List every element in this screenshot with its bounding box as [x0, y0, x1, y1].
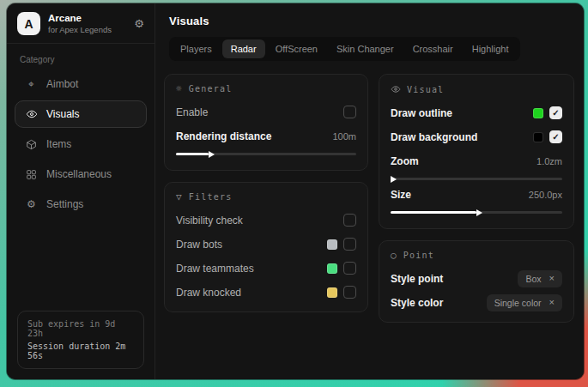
visibility-check-checkbox[interactable]: [343, 214, 356, 227]
draw-knocked-color-swatch[interactable]: [327, 287, 337, 298]
app-name: Arcane: [48, 13, 112, 23]
items-cube-icon: [25, 139, 38, 150]
session-duration-text: Session duration 2m 56s: [27, 342, 134, 360]
sidebar-item-miscellaneous[interactable]: Miscellaneous: [15, 160, 147, 188]
slider-thumb[interactable]: [476, 209, 482, 216]
sidebar-header: A Arcane for Apex Legends ⚙: [7, 3, 155, 44]
sidebar-item-visuals[interactable]: Visuals: [15, 100, 147, 128]
draw-outline-label: Draw outline: [391, 107, 452, 119]
enable-row: Enable: [176, 103, 356, 121]
miscellaneous-grid-icon: [25, 169, 38, 180]
sidebar-item-items[interactable]: Items: [15, 130, 147, 158]
visuals-tabbar: Players Radar OffScreen Skin Changer Cro…: [169, 37, 520, 61]
style-color-row: Style color Single color ×: [391, 293, 562, 311]
tab-radar[interactable]: Radar: [222, 39, 265, 58]
style-point-label: Style point: [391, 273, 443, 285]
remove-style-color-icon[interactable]: ×: [549, 298, 555, 307]
size-slider[interactable]: [391, 211, 562, 214]
panel-title-text: General: [189, 84, 233, 94]
radar-content: ☼ General Enable Rendering distance 100m: [155, 61, 584, 323]
settings-gear-icon: ⚙: [25, 199, 38, 209]
general-gear-icon: ☼: [176, 84, 183, 94]
draw-bots-label: Draw bots: [176, 239, 222, 251]
left-column: ☼ General Enable Rendering distance 100m: [164, 74, 368, 312]
page-title: Visuals: [169, 15, 571, 27]
draw-teammates-label: Draw teammates: [176, 263, 254, 275]
style-color-label: Style color: [391, 297, 443, 309]
zoom-row: Zoom 1.0zm: [391, 152, 562, 170]
point-panel-title: ○ Point: [391, 251, 562, 260]
header-settings-icon[interactable]: ⚙: [134, 18, 144, 29]
panel-title-text: Filters: [189, 192, 233, 202]
draw-background-color-swatch[interactable]: [533, 132, 543, 142]
zoom-value: 1.0zm: [536, 156, 562, 166]
sidebar-nav: ⌖ Aimbot Visuals Items Miscellaneous: [7, 70, 155, 221]
sidebar-item-settings[interactable]: ⚙ Settings: [15, 190, 147, 218]
rendering-distance-label: Rendering distance: [176, 130, 271, 142]
rendering-distance-value: 100m: [332, 131, 356, 142]
app-logo: A: [17, 12, 40, 35]
sidebar-item-aimbot[interactable]: ⌖ Aimbot: [15, 70, 147, 98]
draw-bots-color-swatch[interactable]: [327, 239, 337, 250]
size-label: Size: [391, 189, 411, 201]
slider-thumb[interactable]: [391, 176, 397, 183]
panel-title-text: Point: [403, 251, 434, 260]
draw-knocked-checkbox[interactable]: [343, 286, 356, 299]
subscription-info-box: Sub expires in 9d 23h Session duration 2…: [17, 311, 144, 369]
sidebar-item-label: Visuals: [46, 108, 79, 120]
point-panel: ○ Point Style point Box × Style color S: [379, 240, 574, 323]
size-value: 250.0px: [529, 190, 562, 200]
style-point-tag[interactable]: Box ×: [518, 270, 562, 287]
app-subtitle: for Apex Legends: [48, 25, 112, 34]
draw-teammates-checkbox[interactable]: [343, 262, 356, 275]
filters-funnel-icon: ▽: [176, 192, 183, 202]
sidebar: A Arcane for Apex Legends ⚙ Category ⌖ A…: [7, 3, 155, 379]
category-label: Category: [7, 44, 155, 70]
style-point-value: Box: [525, 274, 541, 284]
visual-panel-title: Visual: [391, 84, 562, 94]
size-row: Size 250.0px: [391, 185, 562, 203]
app-meta: Arcane for Apex Legends: [48, 13, 112, 34]
tab-highlight[interactable]: Highlight: [464, 39, 518, 58]
draw-knocked-label: Draw knocked: [176, 287, 241, 299]
slider-fill: [391, 211, 476, 214]
remove-style-point-icon[interactable]: ×: [549, 274, 555, 283]
draw-outline-checkbox[interactable]: ✓: [549, 106, 562, 119]
draw-teammates-row: Draw teammates: [176, 259, 356, 277]
visual-panel: Visual Draw outline ✓ Draw background: [379, 74, 574, 229]
tab-offscreen[interactable]: OffScreen: [267, 39, 326, 58]
draw-bots-row: Draw bots: [176, 235, 356, 253]
sidebar-item-label: Miscellaneous: [46, 168, 112, 180]
sidebar-item-label: Settings: [46, 198, 83, 210]
rendering-distance-slider[interactable]: [176, 153, 356, 155]
sidebar-item-label: Items: [46, 138, 71, 150]
general-panel: ☼ General Enable Rendering distance 100m: [164, 74, 368, 171]
draw-outline-color-swatch[interactable]: [533, 108, 543, 118]
draw-background-checkbox[interactable]: ✓: [549, 130, 562, 143]
draw-background-label: Draw background: [391, 131, 477, 143]
visual-eye-icon: [391, 84, 401, 94]
visibility-check-row: Visibility check: [176, 211, 356, 229]
visibility-check-label: Visibility check: [176, 215, 243, 227]
main-header: Visuals: [155, 3, 584, 35]
draw-background-row: Draw background ✓: [391, 128, 562, 146]
app-window: A Arcane for Apex Legends ⚙ Category ⌖ A…: [7, 3, 584, 379]
draw-teammates-color-swatch[interactable]: [327, 263, 337, 274]
enable-checkbox[interactable]: [343, 106, 356, 118]
tab-skin-changer[interactable]: Skin Changer: [328, 39, 403, 58]
draw-outline-row: Draw outline ✓: [391, 104, 562, 122]
enable-label: Enable: [176, 106, 208, 118]
point-dot-icon: ○: [391, 251, 397, 260]
style-color-value: Single color: [494, 298, 542, 308]
draw-knocked-row: Draw knocked: [176, 283, 356, 301]
main-area: Visuals Players Radar OffScreen Skin Cha…: [155, 3, 584, 379]
tab-players[interactable]: Players: [172, 39, 221, 58]
zoom-slider[interactable]: [391, 178, 562, 180]
zoom-label: Zoom: [391, 155, 419, 167]
visuals-eye-icon: [25, 108, 38, 120]
style-color-tag[interactable]: Single color ×: [487, 294, 562, 311]
slider-thumb[interactable]: [209, 151, 215, 158]
slider-fill: [176, 153, 209, 155]
draw-bots-checkbox[interactable]: [343, 238, 356, 251]
tab-crosshair[interactable]: Crosshair: [404, 39, 462, 58]
